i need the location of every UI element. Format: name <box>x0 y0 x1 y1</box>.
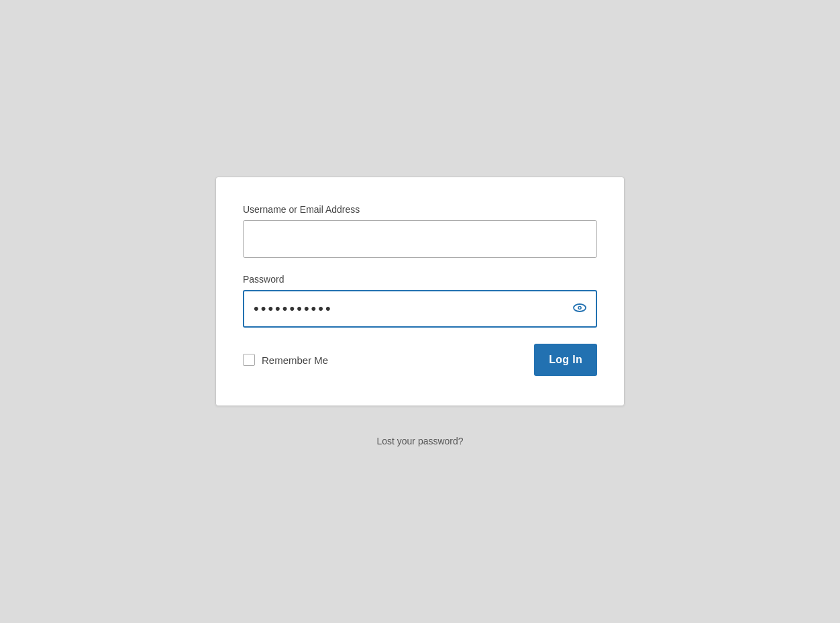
username-input[interactable] <box>243 220 597 258</box>
password-input[interactable] <box>243 290 597 328</box>
svg-point-2 <box>579 307 580 308</box>
remember-me-text: Remember Me <box>262 354 328 366</box>
password-field-group: Password <box>243 274 597 328</box>
lost-password-link[interactable]: Lost your password? <box>376 436 463 446</box>
password-wrapper <box>243 290 597 328</box>
actions-row: Remember Me Log In <box>243 344 597 376</box>
eye-icon <box>572 300 588 318</box>
username-field-group: Username or Email Address <box>243 204 597 258</box>
toggle-password-button[interactable] <box>572 300 588 318</box>
remember-me-checkbox[interactable] <box>243 354 255 366</box>
login-button[interactable]: Log In <box>534 344 597 376</box>
remember-me-label[interactable]: Remember Me <box>243 354 328 366</box>
password-label: Password <box>243 274 597 285</box>
username-label: Username or Email Address <box>243 204 597 215</box>
login-card: Username or Email Address Password Remem… <box>215 177 625 406</box>
